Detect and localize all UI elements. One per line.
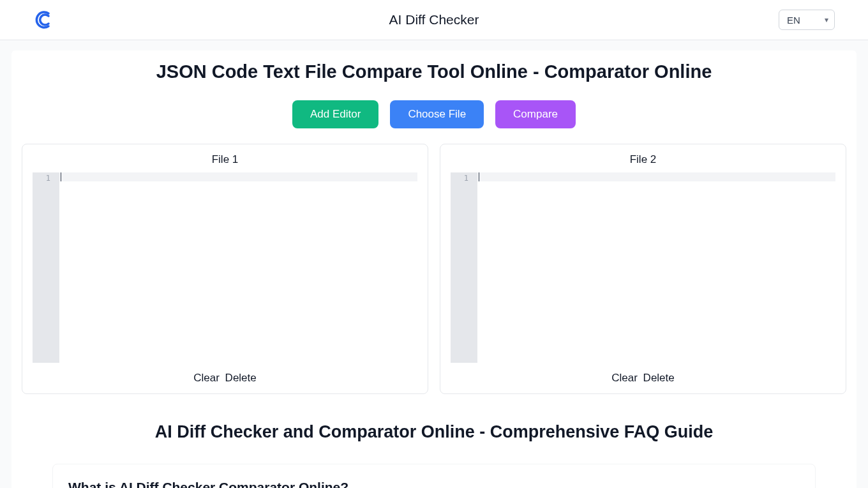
page-title: JSON Code Text File Compare Tool Online … (11, 50, 857, 82)
delete-button[interactable]: Delete (643, 372, 675, 384)
action-button-row: Add Editor Choose File Compare (11, 100, 857, 128)
faq-card: What is AI Diff Checker Comparator Onlin… (52, 464, 816, 488)
faq-title: AI Diff Checker and Comparator Online - … (11, 422, 857, 442)
code-input-2[interactable] (477, 172, 835, 363)
editor-actions-1: Clear Delete (33, 372, 417, 385)
header: AI Diff Checker EN (0, 0, 868, 40)
active-line-highlight (59, 172, 417, 181)
editor-gutter: 1 (451, 172, 477, 363)
delete-button[interactable]: Delete (225, 372, 257, 384)
editors-row: File 1 1 Clear Delete File 2 1 (22, 144, 846, 394)
editor-card-1: File 1 1 Clear Delete (22, 144, 428, 394)
editor-gutter: 1 (33, 172, 59, 363)
choose-file-button[interactable]: Choose File (390, 100, 484, 128)
main-container: JSON Code Text File Compare Tool Online … (11, 50, 857, 488)
editor-label: File 1 (33, 153, 417, 166)
text-cursor (479, 172, 479, 181)
active-line-highlight (477, 172, 835, 181)
editor-area-2[interactable]: 1 (451, 172, 835, 363)
editor-card-2: File 2 1 Clear Delete (440, 144, 846, 394)
compare-button[interactable]: Compare (495, 100, 576, 128)
logo-icon[interactable] (33, 10, 54, 30)
editor-label: File 2 (451, 153, 835, 166)
language-select-wrapper: EN (779, 10, 835, 30)
code-input-1[interactable] (59, 172, 417, 363)
editor-area-1[interactable]: 1 (33, 172, 417, 363)
app-title: AI Diff Checker (389, 12, 479, 27)
clear-button[interactable]: Clear (611, 372, 638, 384)
clear-button[interactable]: Clear (193, 372, 220, 384)
text-cursor (61, 172, 61, 181)
editor-actions-2: Clear Delete (451, 372, 835, 385)
faq-question: What is AI Diff Checker Comparator Onlin… (68, 480, 800, 488)
language-select[interactable]: EN (779, 10, 835, 30)
add-editor-button[interactable]: Add Editor (292, 100, 378, 128)
